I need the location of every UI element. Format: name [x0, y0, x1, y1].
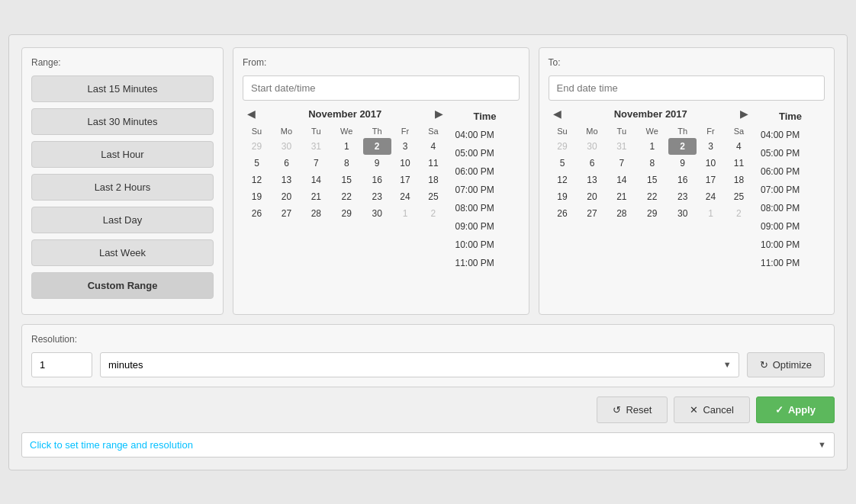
- cal-day[interactable]: 12: [243, 172, 271, 188]
- cal-day[interactable]: 8: [636, 155, 668, 172]
- time-item-0[interactable]: 04:00 PM: [756, 126, 825, 144]
- range-btn-6[interactable]: Custom Range: [31, 272, 214, 299]
- cal-day[interactable]: 13: [271, 172, 302, 188]
- cal-day[interactable]: 7: [607, 155, 636, 172]
- cal-day[interactable]: 26: [243, 205, 271, 222]
- cal-day[interactable]: 9: [668, 155, 697, 172]
- cal-day[interactable]: 29: [243, 138, 271, 155]
- cal-day[interactable]: 28: [302, 205, 330, 222]
- cal-day[interactable]: 28: [607, 205, 636, 222]
- cal-day[interactable]: 30: [668, 205, 697, 222]
- cal-day[interactable]: 29: [330, 205, 363, 222]
- cal-day[interactable]: 11: [419, 155, 447, 172]
- cal-day[interactable]: 18: [419, 172, 447, 188]
- cal-day[interactable]: 27: [577, 205, 608, 222]
- cal-day[interactable]: 14: [607, 172, 636, 188]
- cal-day[interactable]: 2: [668, 138, 697, 155]
- end-date-input[interactable]: [549, 75, 825, 101]
- cal-day[interactable]: 30: [271, 138, 302, 155]
- time-item-3[interactable]: 07:00 PM: [451, 181, 520, 199]
- cal-day[interactable]: 15: [636, 172, 668, 188]
- cal-day[interactable]: 1: [330, 138, 363, 155]
- cal-day[interactable]: 6: [271, 155, 302, 172]
- cal-day[interactable]: 7: [302, 155, 330, 172]
- cal-day[interactable]: 19: [243, 188, 271, 205]
- time-item-7[interactable]: 11:00 PM: [451, 254, 520, 272]
- cal-day[interactable]: 30: [577, 138, 608, 155]
- cal-day[interactable]: 5: [243, 155, 271, 172]
- cal-day[interactable]: 27: [271, 205, 302, 222]
- time-item-4[interactable]: 08:00 PM: [756, 199, 825, 217]
- start-date-input[interactable]: [243, 75, 520, 101]
- reset-button[interactable]: ↺ Reset: [597, 396, 668, 423]
- cal-day[interactable]: 6: [577, 155, 608, 172]
- time-item-5[interactable]: 09:00 PM: [756, 217, 825, 236]
- to-prev-button[interactable]: ◀: [549, 108, 566, 120]
- cal-day[interactable]: 1: [636, 138, 668, 155]
- cal-day[interactable]: 20: [271, 188, 302, 205]
- cal-day[interactable]: 22: [330, 188, 363, 205]
- range-btn-5[interactable]: Last Week: [31, 239, 214, 266]
- cal-day[interactable]: 19: [549, 188, 577, 205]
- range-btn-3[interactable]: Last 2 Hours: [31, 174, 214, 201]
- range-btn-4[interactable]: Last Day: [31, 207, 214, 233]
- cal-day[interactable]: 2: [725, 205, 753, 222]
- apply-button[interactable]: ✓ Apply: [756, 396, 835, 423]
- cal-day[interactable]: 23: [363, 188, 391, 205]
- cal-day[interactable]: 24: [391, 188, 420, 205]
- cal-day[interactable]: 20: [577, 188, 608, 205]
- time-item-6[interactable]: 10:00 PM: [451, 236, 520, 254]
- time-item-4[interactable]: 08:00 PM: [451, 199, 520, 217]
- cal-day[interactable]: 21: [302, 188, 330, 205]
- cal-day[interactable]: 4: [419, 138, 447, 155]
- to-next-button[interactable]: ▶: [735, 108, 753, 120]
- time-item-1[interactable]: 05:00 PM: [451, 144, 520, 162]
- cal-day[interactable]: 13: [577, 172, 608, 188]
- cal-day[interactable]: 2: [363, 138, 391, 155]
- cal-day[interactable]: 15: [330, 172, 363, 188]
- cal-day[interactable]: 1: [697, 205, 725, 222]
- range-btn-2[interactable]: Last Hour: [31, 141, 214, 168]
- cal-day[interactable]: 22: [636, 188, 668, 205]
- range-btn-1[interactable]: Last 30 Minutes: [31, 108, 214, 135]
- resolution-unit-select[interactable]: secondsminuteshoursdays: [100, 352, 739, 377]
- cal-day[interactable]: 3: [697, 138, 725, 155]
- cal-day[interactable]: 31: [607, 138, 636, 155]
- cal-day[interactable]: 16: [363, 172, 391, 188]
- cal-day[interactable]: 30: [363, 205, 391, 222]
- cal-day[interactable]: 16: [668, 172, 697, 188]
- cal-day[interactable]: 10: [391, 155, 420, 172]
- optimize-button[interactable]: ↻ Optimize: [747, 352, 825, 377]
- cal-day[interactable]: 14: [302, 172, 330, 188]
- cal-day[interactable]: 11: [725, 155, 753, 172]
- cal-day[interactable]: 5: [549, 155, 577, 172]
- from-next-button[interactable]: ▶: [430, 108, 448, 120]
- cal-day[interactable]: 29: [636, 205, 668, 222]
- cal-day[interactable]: 25: [725, 188, 753, 205]
- time-item-0[interactable]: 04:00 PM: [451, 126, 520, 144]
- cal-day[interactable]: 26: [549, 205, 577, 222]
- cancel-button[interactable]: ✕ Cancel: [674, 396, 749, 423]
- from-time-list[interactable]: 04:00 PM05:00 PM06:00 PM07:00 PM08:00 PM…: [451, 126, 520, 286]
- time-item-2[interactable]: 06:00 PM: [451, 162, 520, 181]
- cal-day[interactable]: 29: [549, 138, 577, 155]
- time-item-5[interactable]: 09:00 PM: [451, 217, 520, 236]
- cal-day[interactable]: 10: [697, 155, 725, 172]
- cal-day[interactable]: 2: [419, 205, 447, 222]
- cal-day[interactable]: 17: [697, 172, 725, 188]
- time-item-3[interactable]: 07:00 PM: [756, 181, 825, 199]
- to-time-list[interactable]: 04:00 PM05:00 PM06:00 PM07:00 PM08:00 PM…: [756, 126, 825, 286]
- cal-day[interactable]: 31: [302, 138, 330, 155]
- resolution-value-input[interactable]: [31, 352, 92, 377]
- cal-day[interactable]: 3: [391, 138, 420, 155]
- cal-day[interactable]: 23: [668, 188, 697, 205]
- time-item-7[interactable]: 11:00 PM: [756, 254, 825, 272]
- cal-day[interactable]: 24: [697, 188, 725, 205]
- bottom-bar[interactable]: Click to set time range and resolution ▼: [21, 432, 835, 457]
- cal-day[interactable]: 9: [363, 155, 391, 172]
- cal-day[interactable]: 8: [330, 155, 363, 172]
- time-item-2[interactable]: 06:00 PM: [756, 162, 825, 181]
- from-prev-button[interactable]: ◀: [243, 108, 260, 120]
- cal-day[interactable]: 17: [391, 172, 420, 188]
- cal-day[interactable]: 1: [391, 205, 420, 222]
